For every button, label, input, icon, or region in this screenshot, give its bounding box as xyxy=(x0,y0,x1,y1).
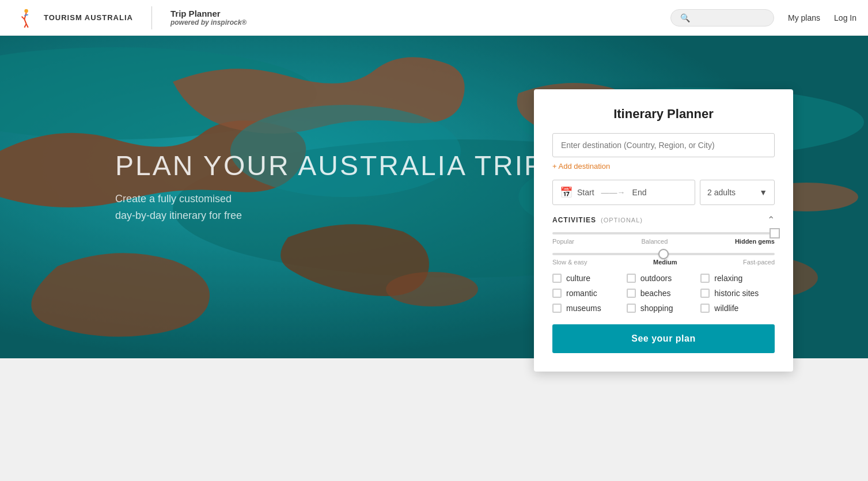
checkbox-wildlife[interactable]: wildlife xyxy=(700,304,775,313)
header-right: 🔍 My plans Log In xyxy=(670,9,856,26)
checkbox-outdoors-box[interactable] xyxy=(627,274,636,283)
checkbox-culture-box[interactable] xyxy=(552,274,562,283)
powered-by: powered by inspirock® xyxy=(170,18,247,26)
activities-label: ACTIVITIES xyxy=(552,216,596,224)
pace-label-fast: Fast-paced xyxy=(743,259,775,266)
hero-text-container: PLAN YOUR AUSTRALIA TRIP Create a fully … xyxy=(115,151,544,224)
svg-point-0 xyxy=(24,9,28,12)
checkbox-beaches-box[interactable] xyxy=(627,289,636,298)
tourism-australia-logo-icon xyxy=(12,6,35,29)
search-bar[interactable]: 🔍 xyxy=(670,9,774,26)
date-adults-row: 📅 Start ——→ End 2 adults ▼ xyxy=(552,180,775,205)
popularity-label-hidden-gems: Hidden gems xyxy=(735,238,775,245)
checkbox-beaches[interactable]: beaches xyxy=(627,289,701,298)
checkbox-beaches-label: beaches xyxy=(640,289,671,298)
hero-subtitle: Create a fully customised day-by-day iti… xyxy=(115,191,544,224)
calendar-icon: 📅 xyxy=(560,186,573,199)
checkbox-shopping-box[interactable] xyxy=(627,304,636,313)
checkbox-culture[interactable]: culture xyxy=(552,274,627,283)
popularity-slider-labels: Popular Balanced Hidden gems xyxy=(552,238,775,245)
date-end: End xyxy=(632,188,647,197)
search-icon: 🔍 xyxy=(680,13,690,22)
popularity-slider-track[interactable] xyxy=(552,232,775,234)
svg-line-5 xyxy=(26,24,28,27)
pace-slider-section: Slow & easy Medium Fast-paced xyxy=(552,253,775,266)
adults-select[interactable]: 2 adults ▼ xyxy=(700,180,775,205)
header: TOURISM AUSTRALIA Trip Planner powered b… xyxy=(0,0,868,36)
destination-input[interactable] xyxy=(552,133,775,157)
checkbox-historic-sites-label: historic sites xyxy=(714,289,759,298)
logo-text: TOURISM AUSTRALIA xyxy=(44,13,133,22)
checkbox-wildlife-box[interactable] xyxy=(700,304,710,313)
adults-value: 2 adults xyxy=(707,188,736,197)
pace-label-slow: Slow & easy xyxy=(552,259,587,266)
pace-slider-thumb[interactable] xyxy=(658,249,669,259)
below-hero-section: Easy to use, easy xyxy=(0,358,868,481)
trip-planner-title: Trip Planner xyxy=(170,9,247,18)
login-link[interactable]: Log In xyxy=(834,13,856,22)
svg-line-2 xyxy=(22,16,25,19)
chevron-down-icon: ▼ xyxy=(759,188,767,197)
checkbox-romantic-label: romantic xyxy=(566,289,597,298)
popularity-slider-thumb[interactable] xyxy=(770,228,780,238)
popularity-label-balanced: Balanced xyxy=(641,238,668,245)
checkbox-relaxing-box[interactable] xyxy=(700,274,710,283)
checkbox-shopping-label: shopping xyxy=(640,304,673,313)
my-plans-link[interactable]: My plans xyxy=(788,13,820,22)
checkbox-relaxing[interactable]: relaxing xyxy=(700,274,775,283)
checkbox-outdoors-label: outdoors xyxy=(640,274,672,283)
logo-area: TOURISM AUSTRALIA Trip Planner powered b… xyxy=(12,6,247,29)
checkbox-romantic[interactable]: romantic xyxy=(552,289,627,298)
checkbox-wildlife-label: wildlife xyxy=(714,304,738,313)
pace-label-medium: Medium xyxy=(653,259,677,266)
trip-planner-info: Trip Planner powered by inspirock® xyxy=(170,9,247,26)
activities-collapse-icon[interactable]: ⌃ xyxy=(767,214,775,225)
checkbox-museums[interactable]: museums xyxy=(552,304,627,313)
popularity-slider-section: Popular Balanced Hidden gems xyxy=(552,232,775,245)
planner-panel: Itinerary Planner + Add destination 📅 St… xyxy=(534,89,793,372)
checkbox-shopping[interactable]: shopping xyxy=(627,304,701,313)
header-divider xyxy=(151,6,152,29)
pace-slider-track[interactable] xyxy=(552,253,775,255)
checkbox-museums-box[interactable] xyxy=(552,304,562,313)
popularity-label-popular: Popular xyxy=(552,238,574,245)
checkbox-historic-sites-box[interactable] xyxy=(700,289,710,298)
svg-line-3 xyxy=(24,19,26,24)
checkbox-outdoors[interactable]: outdoors xyxy=(627,274,701,283)
date-start: Start xyxy=(577,188,594,197)
checkbox-historic-sites[interactable]: historic sites xyxy=(700,289,775,298)
planner-title: Itinerary Planner xyxy=(552,107,775,122)
svg-line-6 xyxy=(24,14,28,16)
see-plan-button[interactable]: See your plan xyxy=(552,324,775,353)
checkbox-museums-label: museums xyxy=(566,304,601,313)
activities-checkboxes-grid: culture outdoors relaxing romantic beach… xyxy=(552,274,775,313)
hero-title: PLAN YOUR AUSTRALIA TRIP xyxy=(115,151,544,181)
activities-header: ACTIVITIES (OPTIONAL) ⌃ xyxy=(552,214,775,225)
optional-label: (OPTIONAL) xyxy=(601,217,643,224)
date-arrow: ——→ xyxy=(601,188,626,197)
date-picker[interactable]: 📅 Start ——→ End xyxy=(552,180,695,205)
checkbox-romantic-box[interactable] xyxy=(552,289,562,298)
checkbox-relaxing-label: relaxing xyxy=(714,274,742,283)
pace-slider-labels: Slow & easy Medium Fast-paced xyxy=(552,259,775,266)
checkbox-culture-label: culture xyxy=(566,274,590,283)
add-destination-link[interactable]: + Add destination xyxy=(552,162,775,171)
